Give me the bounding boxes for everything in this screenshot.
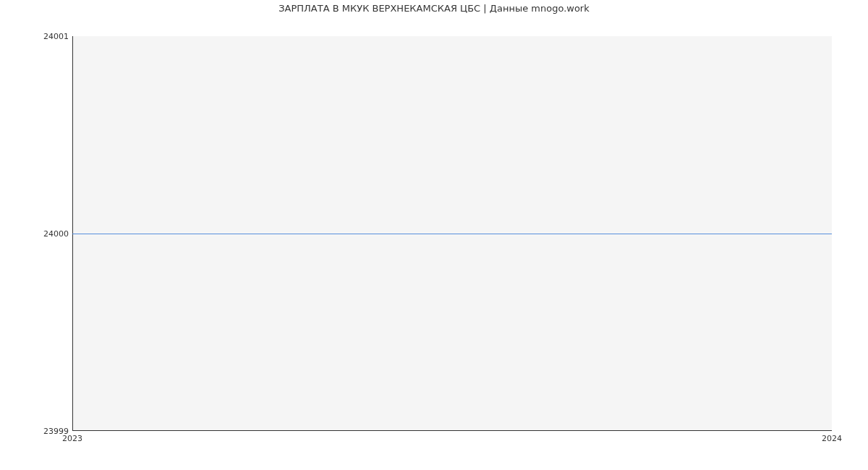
x-tick-label: 2024: [822, 434, 842, 443]
y-tick-label: 24001: [4, 32, 69, 41]
x-tick-label: 2023: [62, 434, 82, 443]
data-line: [72, 234, 832, 234]
y-tick-label: 24000: [4, 229, 69, 239]
chart-title: ЗАРПЛАТА В МКУК ВЕРХНЕКАМСКАЯ ЦБС | Данн…: [0, 3, 868, 14]
y-tick-label: 23999: [4, 427, 69, 436]
